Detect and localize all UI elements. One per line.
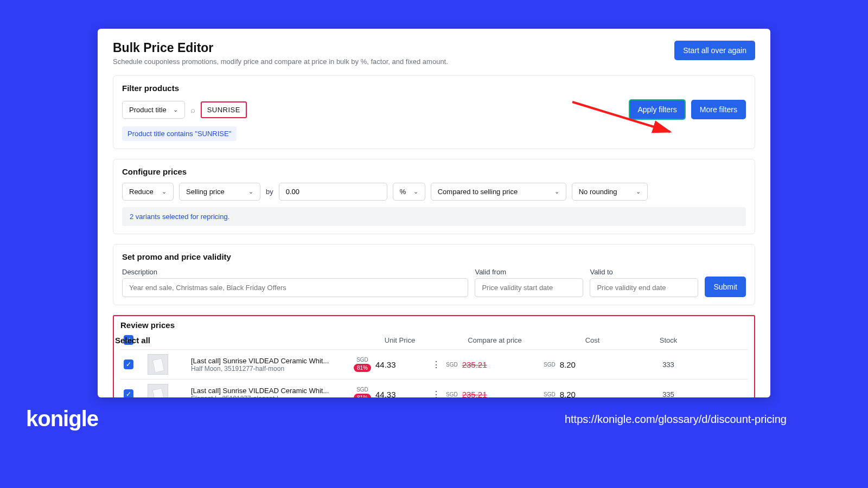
chevron-down-icon: ⌄ bbox=[554, 188, 559, 195]
table-row: ✓ [Last call] Sunrise VILDEAD Ceramic Wh… bbox=[120, 349, 748, 379]
more-filters-button[interactable]: More filters bbox=[691, 100, 746, 119]
price-type-label: Selling price bbox=[186, 188, 225, 196]
start-over-button[interactable]: Start all over again bbox=[674, 41, 755, 60]
configure-panel: Configure prices Reduce ⌄ Selling price … bbox=[113, 159, 755, 234]
rounding-label: No rounding bbox=[579, 188, 617, 196]
chevron-down-icon: ⌄ bbox=[413, 188, 418, 195]
valid-to-label: Valid to bbox=[590, 268, 698, 276]
apply-filters-button[interactable]: Apply filters bbox=[629, 99, 685, 120]
unit-price: 44.33 bbox=[375, 360, 396, 369]
product-thumb bbox=[148, 384, 168, 397]
brand-logo: konigle bbox=[26, 407, 98, 431]
filter-panel: Filter products Product title ⌄ ⌕ Apply … bbox=[113, 75, 755, 149]
currency-label: SGD bbox=[544, 362, 556, 368]
currency-label: SGD bbox=[446, 362, 458, 368]
review-title: Review prices bbox=[120, 320, 748, 330]
cost-price: 8.20 bbox=[560, 360, 576, 369]
compare-price: 235.21 bbox=[462, 360, 487, 369]
currency-label: SGD bbox=[356, 357, 368, 363]
chevron-down-icon: ⌄ bbox=[636, 188, 641, 195]
valid-to-input[interactable] bbox=[590, 278, 698, 297]
stock-value: 333 bbox=[641, 361, 695, 369]
rounding-select[interactable]: No rounding ⌄ bbox=[572, 183, 648, 201]
select-all-label: Select all bbox=[115, 336, 354, 345]
config-status: 2 variants selected for repricing. bbox=[122, 207, 746, 226]
configure-title: Configure prices bbox=[122, 167, 746, 176]
review-header: ✓ Select all Unit Price Compare at price… bbox=[120, 333, 748, 349]
compare-price: 235.21 bbox=[462, 390, 487, 398]
discount-badge: 81% bbox=[354, 394, 371, 397]
filter-search-input[interactable] bbox=[201, 101, 247, 118]
discount-badge: 81% bbox=[354, 364, 371, 372]
currency-label: SGD bbox=[446, 391, 458, 397]
product-title: [Last call] Sunrise VILDEAD Ceramic Whit… bbox=[191, 357, 343, 365]
filter-title: Filter products bbox=[122, 84, 746, 93]
app-card: Bulk Price Editor Schedule couponless pr… bbox=[98, 29, 770, 397]
by-label: by bbox=[266, 188, 273, 196]
header-text: Bulk Price Editor Schedule couponless pr… bbox=[113, 41, 448, 66]
compare-basis-select[interactable]: Compared to selling price ⌄ bbox=[431, 183, 566, 201]
footer-url: https://konigle.com/glossary/d/discount-… bbox=[565, 413, 787, 426]
valid-from-input[interactable] bbox=[475, 278, 583, 297]
chevron-down-icon: ⌄ bbox=[248, 188, 253, 195]
stock-value: 335 bbox=[641, 390, 695, 398]
unit-select[interactable]: % ⌄ bbox=[393, 183, 425, 201]
amount-input[interactable] bbox=[279, 183, 387, 201]
row-checkbox[interactable]: ✓ bbox=[124, 389, 133, 397]
chevron-down-icon: ⌄ bbox=[162, 188, 167, 195]
col-unit-price: Unit Price bbox=[354, 336, 446, 344]
col-compare: Compare at price bbox=[446, 336, 544, 344]
header-row: Bulk Price Editor Schedule couponless pr… bbox=[113, 41, 755, 66]
col-stock: Stock bbox=[641, 336, 695, 344]
compare-basis-label: Compared to selling price bbox=[438, 188, 518, 196]
filter-field-select[interactable]: Product title ⌄ bbox=[122, 101, 185, 119]
cost-price: 8.20 bbox=[560, 390, 576, 398]
search-icon: ⌕ bbox=[190, 105, 195, 114]
submit-button[interactable]: Submit bbox=[705, 277, 746, 297]
action-label: Reduce bbox=[129, 188, 154, 196]
kebab-icon[interactable]: ⋮ bbox=[432, 389, 441, 398]
row-checkbox[interactable]: ✓ bbox=[124, 359, 133, 369]
product-subtitle: Half Moon, 35191277-half-moon bbox=[191, 365, 354, 373]
review-panel: Review prices ✓ Select all Unit Price Co… bbox=[113, 315, 755, 397]
unit-price: 44.33 bbox=[375, 390, 396, 398]
kebab-icon[interactable]: ⋮ bbox=[432, 359, 441, 370]
product-title: [Last call] Sunrise VILDEAD Ceramic Whit… bbox=[191, 387, 343, 395]
filter-chip[interactable]: Product title contains "SUNRISE" bbox=[122, 126, 237, 141]
validity-title: Set promo and price validity bbox=[122, 252, 746, 261]
table-row: ✓ [Last call] Sunrise VILDEAD Ceramic Wh… bbox=[120, 379, 748, 397]
currency-label: SGD bbox=[544, 391, 556, 397]
product-subtitle: Elegant L, 35191277-elegant-l bbox=[191, 395, 354, 398]
action-select[interactable]: Reduce ⌄ bbox=[122, 183, 174, 201]
page-subtitle: Schedule couponless promotions, modify p… bbox=[113, 57, 448, 66]
validity-panel: Set promo and price validity Description… bbox=[113, 244, 755, 305]
chevron-down-icon: ⌄ bbox=[173, 106, 178, 113]
price-type-select[interactable]: Selling price ⌄ bbox=[179, 183, 260, 201]
filter-field-label: Product title bbox=[129, 106, 167, 114]
page-title: Bulk Price Editor bbox=[113, 41, 448, 55]
valid-from-label: Valid from bbox=[475, 268, 583, 276]
description-input[interactable] bbox=[122, 278, 468, 297]
product-thumb bbox=[148, 354, 168, 375]
description-label: Description bbox=[122, 268, 468, 276]
currency-label: SGD bbox=[356, 387, 368, 393]
col-cost: Cost bbox=[544, 336, 641, 344]
unit-label: % bbox=[400, 188, 406, 196]
